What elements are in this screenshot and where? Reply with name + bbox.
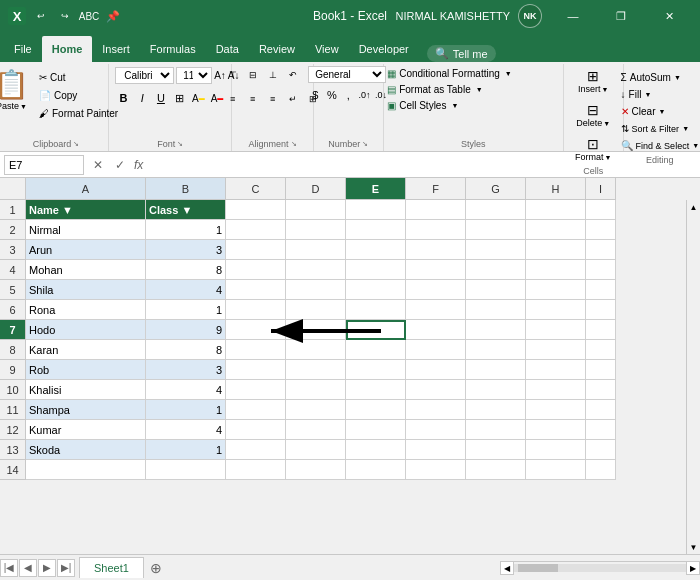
cell-c14[interactable] [226,460,286,480]
format-button[interactable]: ⊡ Format ▼ [571,134,615,164]
row-header-14[interactable]: 14 [0,460,26,480]
cell-a12[interactable]: Kumar [26,420,146,440]
col-header-d[interactable]: D [286,178,346,200]
cell-e9[interactable] [346,360,406,380]
pin-button[interactable]: 📌 [104,7,122,25]
alignment-expand[interactable]: ↘ [291,140,297,148]
cell-g4[interactable] [466,260,526,280]
cell-d7[interactable] [286,320,346,340]
cell-b11[interactable]: 1 [146,400,226,420]
vertical-scrollbar[interactable]: ▲ ▼ [686,200,700,554]
cell-g13[interactable] [466,440,526,460]
cell-g3[interactable] [466,240,526,260]
cancel-formula-button[interactable]: ✕ [88,155,108,175]
cell-b13[interactable]: 1 [146,440,226,460]
cell-g11[interactable] [466,400,526,420]
row-header-9[interactable]: 9 [0,360,26,380]
row-header-4[interactable]: 4 [0,260,26,280]
cell-c12[interactable] [226,420,286,440]
cell-b2[interactable]: 1 [146,220,226,240]
sheet-tab-sheet1[interactable]: Sheet1 [79,557,144,578]
row-header-3[interactable]: 3 [0,240,26,260]
cell-i6[interactable] [586,300,616,320]
sort-filter-button[interactable]: ⇅ Sort & Filter ▼ [617,121,693,136]
cell-f13[interactable] [406,440,466,460]
cell-i10[interactable] [586,380,616,400]
cell-d8[interactable] [286,340,346,360]
cell-i11[interactable] [586,400,616,420]
cell-d5[interactable] [286,280,346,300]
cell-a4[interactable]: Mohan [26,260,146,280]
abc-button[interactable]: ABC [80,7,98,25]
cell-c10[interactable] [226,380,286,400]
comma-button[interactable]: , [341,86,355,104]
center-align-button[interactable]: ≡ [244,90,262,108]
tab-home[interactable]: Home [42,36,93,62]
cell-c8[interactable] [226,340,286,360]
cell-i8[interactable] [586,340,616,360]
tell-me-input[interactable]: 🔍 Tell me [427,45,496,62]
cell-d13[interactable] [286,440,346,460]
cell-e2[interactable] [346,220,406,240]
cell-g10[interactable] [466,380,526,400]
cell-a3[interactable]: Arun [26,240,146,260]
cell-i9[interactable] [586,360,616,380]
row-header-1[interactable]: 1 [0,200,26,220]
font-expand[interactable]: ↘ [177,140,183,148]
fill-color-button[interactable]: A▬ [190,89,207,107]
cell-b4[interactable]: 8 [146,260,226,280]
cell-g7[interactable] [466,320,526,340]
cell-a13[interactable]: Skoda [26,440,146,460]
format-as-table-button[interactable]: ▤ Format as Table ▼ [383,82,563,97]
cell-g6[interactable] [466,300,526,320]
cell-f10[interactable] [406,380,466,400]
cell-i1[interactable] [586,200,616,220]
col-header-e[interactable]: E [346,178,406,200]
italic-button[interactable]: I [134,89,151,107]
cell-h13[interactable] [526,440,586,460]
cell-e7[interactable] [346,320,406,340]
find-select-button[interactable]: 🔍 Find & Select ▼ [617,138,700,153]
cell-h9[interactable] [526,360,586,380]
cell-b9[interactable]: 3 [146,360,226,380]
cell-e14[interactable] [346,460,406,480]
cell-h2[interactable] [526,220,586,240]
row-header-12[interactable]: 12 [0,420,26,440]
wrap-text-button[interactable]: ↵ [284,90,302,108]
row-header-7[interactable]: 7 [0,320,26,340]
cell-a11[interactable]: Shampa [26,400,146,420]
col-header-h[interactable]: H [526,178,586,200]
cell-h12[interactable] [526,420,586,440]
paste-button[interactable]: 📋 Paste ▼ [0,66,33,113]
row-header-11[interactable]: 11 [0,400,26,420]
cell-f9[interactable] [406,360,466,380]
cell-i2[interactable] [586,220,616,240]
fill-button[interactable]: ↓ Fill ▼ [617,87,656,102]
number-format-select[interactable]: General [308,66,386,83]
cell-f5[interactable] [406,280,466,300]
cell-a6[interactable]: Rona [26,300,146,320]
row-header-2[interactable]: 2 [0,220,26,240]
underline-button[interactable]: U [153,89,170,107]
scroll-down-button[interactable]: ▼ [687,540,701,554]
cell-h6[interactable] [526,300,586,320]
cell-a7[interactable]: Hodo [26,320,146,340]
redo-button[interactable]: ↪ [56,7,74,25]
clipboard-expand[interactable]: ↘ [73,140,79,148]
cell-e3[interactable] [346,240,406,260]
cell-f4[interactable] [406,260,466,280]
cell-d10[interactable] [286,380,346,400]
font-name-select[interactable]: Calibri [115,67,174,84]
cell-f6[interactable] [406,300,466,320]
cell-e12[interactable] [346,420,406,440]
cell-d12[interactable] [286,420,346,440]
sheet-nav-prev[interactable]: ◀ [19,559,37,577]
autosum-button[interactable]: Σ AutoSum ▼ [617,70,685,85]
sheet-nav-last[interactable]: ▶| [57,559,75,577]
cell-a2[interactable]: Nirmal [26,220,146,240]
cell-g12[interactable] [466,420,526,440]
cell-f12[interactable] [406,420,466,440]
cell-a14[interactable] [26,460,146,480]
right-align-button[interactable]: ≡ [264,90,282,108]
bold-button[interactable]: B [115,89,132,107]
